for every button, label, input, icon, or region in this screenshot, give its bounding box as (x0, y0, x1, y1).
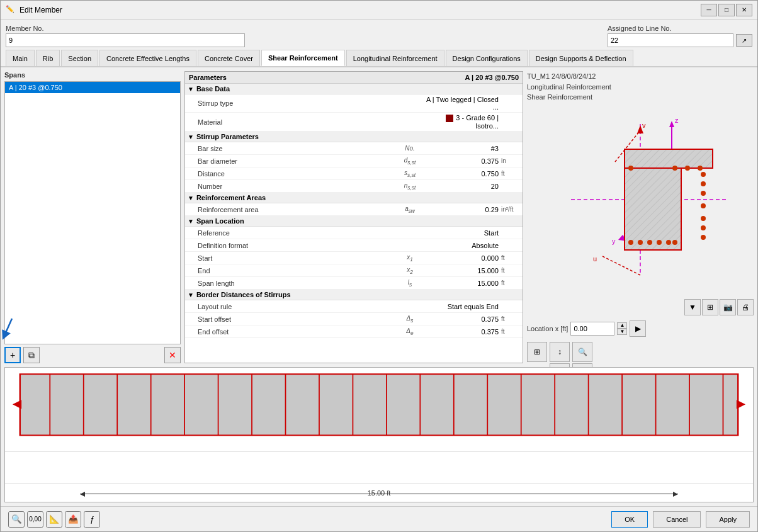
param-layout-rule: Layout rule Start equals End (185, 300, 523, 313)
param-number: Number ns,st 20 (185, 180, 523, 193)
spin-down-button[interactable]: ▼ (617, 329, 627, 335)
assigned-label: Assigned to Line No. (608, 25, 752, 32)
tab-design-supports-deflection[interactable]: Design Supports & Deflection (529, 50, 633, 66)
toggle-icon: ▼ (188, 195, 194, 201)
param-symbol: x1 (394, 254, 426, 263)
function-button[interactable]: ƒ (84, 511, 100, 528)
section-reinf-areas-header[interactable]: ▼ Reinforcement Areas (185, 193, 523, 203)
table-button[interactable]: ⊞ (702, 299, 718, 315)
left-buttons: + ⧉ ✕ (4, 347, 181, 363)
param-symbol: ss,st (394, 169, 426, 178)
param-value: 0.375 (426, 315, 501, 323)
svg-rect-15 (625, 162, 681, 250)
svg-text:z: z (675, 116, 679, 124)
export-button[interactable]: 📤 (65, 511, 81, 528)
tab-shear-reinforcement[interactable]: Shear Reinforcement (261, 50, 345, 66)
print-button[interactable]: 🖨 (737, 299, 754, 315)
location-input[interactable] (570, 322, 614, 336)
search-footer-button[interactable]: 🔍 (8, 511, 25, 528)
beam-diagram (5, 368, 753, 451)
tab-concrete-effective-lengths[interactable]: Concrete Effective Lengths (99, 50, 196, 66)
section-line1: Longitudinal Reinforcement (527, 82, 754, 93)
assigned-input[interactable] (608, 33, 733, 47)
delete-span-button[interactable]: ✕ (164, 347, 181, 363)
tab-main[interactable]: Main (6, 50, 35, 66)
cancel-button[interactable]: Cancel (653, 511, 701, 528)
params-table: ▼ Base Data Stirrup type A | Two legged … (185, 84, 523, 363)
svg-point-19 (628, 166, 633, 171)
param-name: Stirrup type (198, 99, 394, 107)
svg-point-30 (628, 240, 633, 245)
filter-button[interactable]: ▼ (684, 299, 701, 315)
svg-text:v: v (642, 122, 646, 129)
apply-button[interactable]: Apply (706, 511, 750, 528)
param-value: Start (426, 229, 501, 237)
toggle-icon: ▼ (188, 291, 194, 298)
section-stirrup-params-header[interactable]: ▼ Stirrup Parameters (185, 132, 523, 142)
param-name: Start (198, 254, 394, 262)
tab-design-configurations[interactable]: Design Configurations (446, 50, 528, 66)
tab-section[interactable]: Section (61, 50, 98, 66)
footer: 🔍 0,00 📐 📤 ƒ OK Cancel Apply (1, 506, 757, 531)
screenshot-button[interactable]: 📷 (720, 299, 736, 315)
span-item[interactable]: A | 20 #3 @0.750 (5, 82, 180, 93)
location-label: Location x [ft] (527, 325, 568, 332)
svg-point-34 (666, 240, 671, 245)
section-border-distances-header[interactable]: ▼ Border Distances of Stirrups (185, 290, 523, 300)
spin-up-button[interactable]: ▲ (617, 322, 627, 329)
add-span-button[interactable]: + (4, 347, 21, 363)
minimize-button[interactable]: ─ (701, 4, 717, 16)
sort-button[interactable]: ↕ (550, 342, 570, 362)
copy-span-button[interactable]: ⧉ (23, 347, 40, 363)
zero-button[interactable]: 0,00 (27, 511, 43, 528)
window-controls: ─ □ ✕ (701, 4, 752, 16)
param-name: Layout rule (198, 303, 394, 310)
ruler-arrow-right (673, 492, 678, 497)
param-value: 15.000 (426, 267, 501, 274)
params-header: Parameters A | 20 #3 @0.750 (185, 72, 523, 84)
param-start: Start x1 0.000 ft (185, 252, 523, 264)
svg-marker-5 (669, 121, 674, 127)
maximize-button[interactable]: □ (718, 4, 735, 16)
tab-concrete-cover[interactable]: Concrete Cover (198, 50, 260, 66)
param-distance: Distance ss,st 0.750 ft (185, 167, 523, 180)
bottom-section: 15.00 ft (4, 367, 754, 502)
toggle-icon: ▼ (188, 133, 194, 140)
svg-point-32 (647, 240, 652, 245)
ok-button[interactable]: OK (611, 511, 648, 528)
tab-rib[interactable]: Rib (36, 50, 60, 66)
param-start-offset: Start offset Δs 0.375 ft (185, 313, 523, 325)
tab-longitudinal-reinforcement[interactable]: Longitudinal Reinforcement (346, 50, 444, 66)
zoom-button[interactable]: 🔍 (572, 342, 592, 362)
grid-view-button[interactable]: ⊞ (527, 342, 547, 362)
assigned-group: Assigned to Line No. ↗ (608, 25, 752, 47)
svg-point-26 (701, 203, 706, 208)
param-symbol: Δs (394, 315, 426, 324)
section-title: TU_M1 24/8/0/8/24/12 (527, 71, 754, 82)
close-button[interactable]: ✕ (736, 4, 752, 16)
section-span-location-header[interactable]: ▼ Span Location (185, 216, 523, 227)
param-value: 0.29 (426, 206, 501, 213)
section-line2: Shear Reinforcement (527, 92, 754, 103)
param-unit: in²/ft (501, 206, 520, 213)
toggle-icon: ▼ (188, 218, 194, 225)
param-value: 0.375 (426, 157, 501, 165)
main-window: ✏️ Edit Member ─ □ ✕ Member No. Assigned… (0, 0, 758, 532)
param-stirrup-type: Stirrup type A | Two legged | Closed ... (185, 94, 523, 113)
param-symbol: asw (394, 205, 426, 214)
play-button[interactable]: ▶ (630, 320, 646, 337)
svg-point-33 (657, 240, 662, 245)
param-reference: Reference Start (185, 227, 523, 239)
param-symbol: No. (394, 145, 426, 152)
measure-button[interactable]: 📐 (46, 511, 62, 528)
main-area: Spans A | 20 #3 @0.750 + (1, 67, 757, 367)
spans-list[interactable]: A | 20 #3 @0.750 (4, 81, 181, 344)
member-no-input[interactable] (6, 33, 245, 47)
section-base-data-header[interactable]: ▼ Base Data (185, 84, 523, 94)
assigned-action-button[interactable]: ↗ (736, 34, 752, 47)
param-value: 3 - Grade 60 | Isotro... (426, 114, 501, 130)
param-value: Absolute (426, 242, 501, 249)
param-reinf-area: Reinforcement area asw 0.29 in²/ft (185, 203, 523, 216)
param-value: A | Two legged | Closed ... (426, 96, 501, 111)
svg-marker-58 (13, 400, 21, 409)
